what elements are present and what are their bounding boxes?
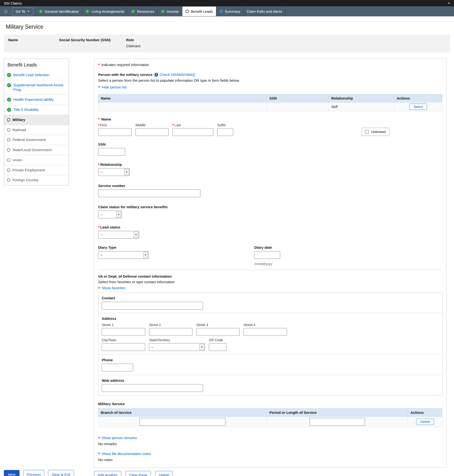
sidebar-title: Benefit Leads xyxy=(4,59,69,70)
tab-summary[interactable]: Summary xyxy=(216,6,243,16)
column-header-period: Period or Length of Service xyxy=(267,409,408,417)
web-address-input[interactable] xyxy=(102,384,203,392)
dropdown-arrow-icon: ▼ xyxy=(143,252,148,258)
branch-of-service-input[interactable] xyxy=(140,418,226,426)
check-circle-icon: ✓ xyxy=(39,9,43,14)
diary-date-label: Diary date xyxy=(254,245,272,249)
sidebar-item-title-ii-disability[interactable]: ✓ Title II Disability xyxy=(4,104,69,115)
delete-button[interactable]: Delete xyxy=(155,471,173,476)
sidebar-item-label: Foreign Country xyxy=(13,178,38,182)
street4-input[interactable] xyxy=(243,328,287,336)
check-circle-icon: ✓ xyxy=(7,98,11,102)
clear-page-button[interactable]: Clear Page xyxy=(126,471,151,476)
save-exit-button[interactable]: Save & Exit xyxy=(48,470,74,476)
show-file-notes-link[interactable]: Show file documentation notes xyxy=(98,452,151,456)
sidebar-item-union[interactable]: Union xyxy=(4,155,69,165)
military-service-table: Branch of Service Period or Length of Se… xyxy=(98,408,442,427)
phone-input[interactable] xyxy=(102,364,133,372)
dropdown-arrow-icon: ▼ xyxy=(134,232,138,238)
sidebar-item-health-expenses[interactable]: ✓ Health Expenses/Liability xyxy=(4,95,69,104)
check-circle-icon: ✓ xyxy=(7,83,11,87)
sidebar-item-railroad[interactable]: Railroad xyxy=(4,125,69,135)
city-input[interactable] xyxy=(102,343,145,351)
relationship-select[interactable]: -- ▼ xyxy=(98,168,130,176)
suffix-input[interactable] xyxy=(217,128,233,136)
unknown-checkbox[interactable]: Unknown xyxy=(362,128,389,136)
sidebar-item-label: Railroad xyxy=(13,128,26,132)
name-label: Name xyxy=(8,38,59,42)
last-name-label: *Last xyxy=(172,123,213,127)
zip-label: ZIP Code xyxy=(209,338,227,342)
sidebar-item-private-employment[interactable]: Private Employment xyxy=(4,165,69,175)
home-button[interactable]: ⌂ xyxy=(0,6,12,16)
sidebar-item-label: Title II Disability xyxy=(13,107,38,112)
state-select[interactable]: -- ▼ xyxy=(149,343,205,351)
zip-input[interactable] xyxy=(209,343,227,351)
street1-label: Street 1 xyxy=(102,323,145,327)
sidebar-item-label: Private Employment xyxy=(13,168,45,172)
middle-name-input[interactable] xyxy=(136,128,168,136)
role-value: Claimant xyxy=(126,44,446,48)
next-button[interactable]: Next xyxy=(4,470,20,476)
street1-input[interactable] xyxy=(102,328,145,336)
tab-living-arrangements[interactable]: ✓ Living Arrangements xyxy=(82,6,128,16)
military-service-row: Delete xyxy=(98,417,442,427)
caret-down-icon[interactable]: ▼ xyxy=(448,2,450,5)
tab-resources[interactable]: ✓ Resources xyxy=(128,6,158,16)
name-group-label: Name xyxy=(101,117,111,121)
sidebar-item-foreign-country[interactable]: Foreign Country xyxy=(4,175,69,185)
diary-date-input[interactable] xyxy=(254,251,280,259)
sidebar-item-benefit-lead-selection[interactable]: ✓ Benefit Lead Selection xyxy=(4,70,69,80)
caret-down-icon: ▼ xyxy=(28,10,30,13)
radio-circle-icon xyxy=(7,128,10,132)
sidebar-item-federal-government[interactable]: Federal Government xyxy=(4,135,69,145)
section-divider xyxy=(98,270,442,270)
lead-status-select[interactable]: -- ▼ xyxy=(98,231,139,238)
person-row: Self Select xyxy=(98,102,442,111)
service-number-label: Service number xyxy=(98,184,125,188)
tab-income[interactable]: ✓ Income xyxy=(158,6,182,16)
middle-name-label: Middle xyxy=(136,123,168,127)
show-favorites-link[interactable]: Show favorites xyxy=(98,286,125,290)
sidebar-item-state-local-government[interactable]: State/Local Government xyxy=(4,145,69,155)
radio-circle-icon xyxy=(7,118,10,121)
circle-outline-icon xyxy=(185,10,189,13)
add-another-button[interactable]: Add Another xyxy=(94,471,121,476)
check-circle-icon: ✓ xyxy=(85,9,90,14)
check-circle-icon: ✓ xyxy=(7,108,11,112)
goto-dropdown[interactable]: Go To ▼ xyxy=(12,7,33,15)
radio-circle-icon xyxy=(7,148,10,152)
panel-action-bar: Add Another Clear Page Delete xyxy=(94,471,446,476)
sidebar-item-military[interactable]: Military xyxy=(4,115,69,125)
last-name-input[interactable] xyxy=(172,128,213,136)
app-header: SSI Claims ▼ xyxy=(0,0,454,6)
contact-label: Contact xyxy=(102,296,115,300)
diary-date-hint: mm/dd/yyyy xyxy=(254,262,272,266)
chevron-down-icon xyxy=(98,436,100,439)
service-number-input[interactable] xyxy=(98,189,200,197)
hide-person-list-link[interactable]: Hide person list xyxy=(98,85,127,89)
period-of-service-input[interactable] xyxy=(310,418,365,426)
street2-input[interactable] xyxy=(149,328,192,336)
tab-general-identification[interactable]: ✓ General Identification xyxy=(36,6,83,16)
tab-benefit-leads[interactable]: Benefit Leads xyxy=(182,6,216,16)
street3-input[interactable] xyxy=(196,328,240,336)
select-person-button[interactable]: Select xyxy=(409,104,427,110)
show-person-remarks-link[interactable]: Show person remarks xyxy=(98,436,137,440)
tab-claim-edits-and-alerts[interactable]: Claim Edits and Alerts xyxy=(243,6,286,16)
info-icon[interactable]: ? xyxy=(154,73,158,77)
first-name-input[interactable] xyxy=(98,128,132,136)
check-drams-link[interactable]: Check DRAMS/VBAQ xyxy=(160,73,195,77)
delete-row-button[interactable]: Delete xyxy=(416,419,434,425)
claim-status-select[interactable]: -- ▼ xyxy=(98,211,122,218)
check-circle-icon: ✓ xyxy=(161,9,165,14)
sidebar-item-label: Union xyxy=(13,158,22,163)
ssn-input[interactable] xyxy=(98,148,125,156)
previous-button[interactable]: Previous xyxy=(23,470,44,476)
sidebar-item-supplemental-nutritional[interactable]: ✓ Supplemental Nutritional Assist. Prog. xyxy=(4,80,69,95)
suffix-label: Suffix xyxy=(217,123,233,127)
chevron-up-icon xyxy=(98,86,100,89)
va-contact-heading: VA or Dept. of Defense contact informati… xyxy=(98,274,172,278)
diary-type-select[interactable]: -- ▼ xyxy=(98,251,149,259)
contact-input[interactable] xyxy=(102,302,203,309)
